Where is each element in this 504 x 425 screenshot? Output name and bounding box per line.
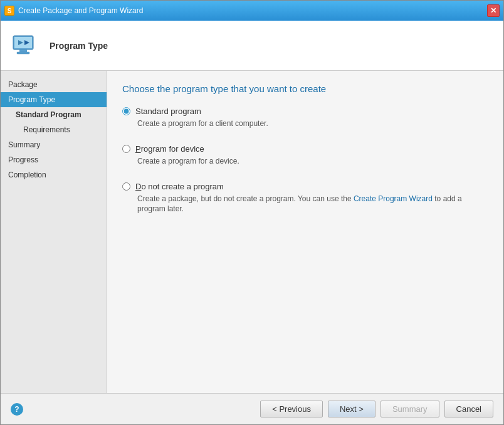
sidebar-item-summary[interactable]: Summary xyxy=(1,137,107,152)
desc-device: Create a program for a device. xyxy=(137,156,488,167)
sidebar-item-requirements[interactable]: Requirements xyxy=(1,122,107,137)
wizard-window: S Create Package and Program Wizard ✕ Pr… xyxy=(0,0,504,425)
app-icon: S xyxy=(4,6,14,16)
radio-none[interactable] xyxy=(122,182,130,191)
create-program-wizard-link[interactable]: Create Program Wizard xyxy=(354,194,433,203)
sidebar-item-standard-program[interactable]: Standard Program xyxy=(1,107,107,122)
close-button[interactable]: ✕ xyxy=(487,4,500,17)
help-button[interactable]: ? xyxy=(11,403,23,416)
header-title: Program Type xyxy=(50,41,108,51)
desc-standard: Create a program for a client computer. xyxy=(137,118,488,129)
radio-device[interactable] xyxy=(122,145,130,153)
desc-none: Create a package, but do not create a pr… xyxy=(137,194,488,215)
next-button[interactable]: Next > xyxy=(328,401,375,417)
radio-standard[interactable] xyxy=(122,107,130,115)
option-no-program: Do not create a program Create a package… xyxy=(122,182,488,215)
radio-row-device: Program for device xyxy=(122,144,488,154)
header-area: Program Type xyxy=(1,21,503,71)
window-title: Create Package and Program Wizard xyxy=(18,6,143,15)
header-icon xyxy=(11,31,41,61)
sidebar: Package Program Type Standard Program Re… xyxy=(1,71,107,393)
cancel-button[interactable]: Cancel xyxy=(444,401,493,417)
radio-row-none: Do not create a program xyxy=(122,182,488,191)
title-bar: S Create Package and Program Wizard ✕ xyxy=(1,1,503,21)
previous-button[interactable]: < Previous xyxy=(260,401,323,417)
svg-rect-3 xyxy=(17,52,29,54)
sidebar-item-progress[interactable]: Progress xyxy=(1,152,107,167)
svg-rect-2 xyxy=(19,50,27,52)
footer-buttons: < Previous Next > Summary Cancel xyxy=(260,401,493,417)
radio-standard-label[interactable]: Standard program xyxy=(135,107,201,116)
option-program-device: Program for device Create a program for … xyxy=(122,144,488,167)
sidebar-item-package[interactable]: Package xyxy=(1,77,107,92)
footer: ? < Previous Next > Summary Cancel xyxy=(1,393,503,424)
footer-left: ? xyxy=(11,403,23,416)
content-area: Package Program Type Standard Program Re… xyxy=(1,71,503,393)
title-bar-left: S Create Package and Program Wizard xyxy=(4,6,143,16)
radio-row-standard: Standard program xyxy=(122,107,488,116)
page-title: Choose the program type that you want to… xyxy=(122,83,488,94)
main-content: Choose the program type that you want to… xyxy=(107,71,503,393)
radio-device-label[interactable]: Program for device xyxy=(135,144,204,154)
sidebar-item-completion[interactable]: Completion xyxy=(1,167,107,182)
option-standard-program: Standard program Create a program for a … xyxy=(122,107,488,129)
summary-button[interactable]: Summary xyxy=(381,401,439,417)
sidebar-item-program-type[interactable]: Program Type xyxy=(1,92,107,107)
radio-none-label[interactable]: Do not create a program xyxy=(135,182,224,191)
